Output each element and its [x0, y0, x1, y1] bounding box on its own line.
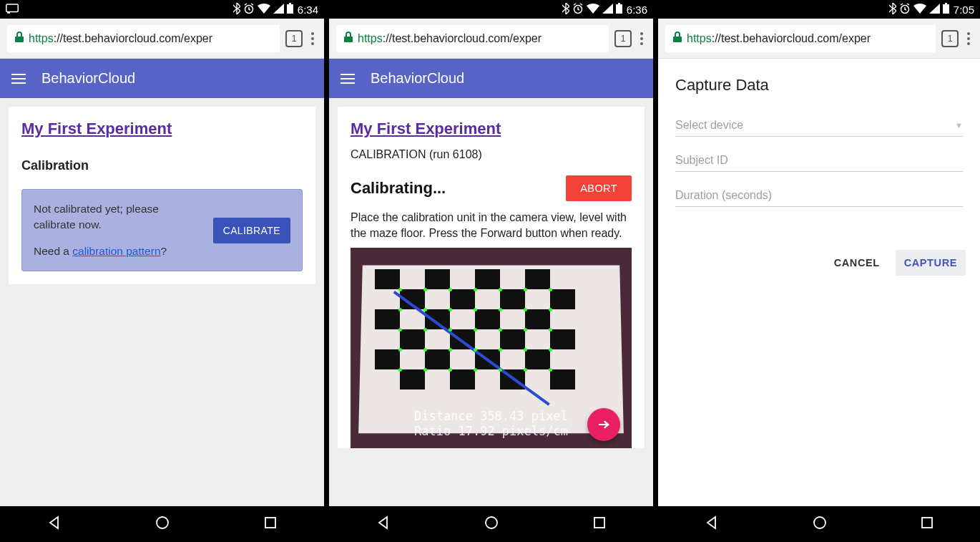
- calibrating-heading: Calibrating...: [351, 179, 446, 198]
- home-button[interactable]: [812, 515, 828, 533]
- back-button[interactable]: [704, 515, 720, 533]
- browser-url-bar: https://test.behaviorcloud.com/exper 1: [329, 19, 653, 59]
- android-nav-bar: [329, 506, 653, 542]
- browser-menu-button[interactable]: [308, 29, 317, 48]
- tabs-button[interactable]: 1: [285, 30, 303, 47]
- home-button[interactable]: [155, 515, 170, 533]
- experiment-link[interactable]: My First Experiment: [21, 120, 172, 137]
- app-title: BehaviorCloud: [41, 70, 135, 87]
- subject-id-field[interactable]: Subject ID: [675, 147, 963, 172]
- back-button[interactable]: [46, 515, 62, 533]
- svg-rect-17: [673, 37, 682, 42]
- battery-icon: [287, 3, 293, 16]
- svg-point-18: [814, 517, 825, 528]
- app-header: BehaviorCloud: [329, 59, 653, 98]
- phone-3: 7:05 https://test.behaviorcloud.com/expe…: [658, 0, 980, 542]
- battery-icon: [943, 3, 949, 16]
- browser-url-bar: https://test.behaviorcloud.com/exper 1: [0, 19, 324, 59]
- cast-icon: [6, 4, 19, 16]
- svg-rect-4: [289, 3, 291, 4]
- hamburger-icon[interactable]: [340, 74, 355, 84]
- back-button[interactable]: [376, 515, 391, 533]
- android-status-bar: 6:36: [329, 0, 653, 19]
- duration-field[interactable]: Duration (seconds): [675, 182, 963, 207]
- url-field[interactable]: https://test.behaviorcloud.com/exper: [7, 25, 280, 52]
- lock-icon: [672, 32, 682, 46]
- camera-preview: Distance 358.43 pixel Ratio 17.92 pixels…: [351, 248, 632, 448]
- status-clock: 6:34: [298, 4, 318, 16]
- lock-icon: [14, 32, 24, 46]
- battery-icon: [616, 3, 622, 16]
- tabs-button[interactable]: 1: [614, 30, 632, 47]
- select-device-field[interactable]: Select device ▼: [675, 112, 963, 137]
- svg-rect-3: [287, 4, 293, 14]
- bluetooth-icon: [562, 3, 569, 16]
- app-header: BehaviorCloud: [0, 59, 324, 98]
- calibration-heading: Calibration: [21, 158, 303, 173]
- alarm-icon: [243, 3, 255, 16]
- status-clock: 7:05: [954, 4, 974, 16]
- svg-rect-1: [7, 11, 10, 13]
- page-content: BehaviorCloud My First Experiment Calibr…: [0, 59, 324, 506]
- calibration-run-label: CALIBRATION (run 6108): [351, 148, 632, 161]
- signal-icon: [273, 4, 284, 16]
- abort-button[interactable]: ABORT: [566, 175, 632, 201]
- calibration-pattern-link[interactable]: calibration pattern: [72, 245, 160, 257]
- url-field[interactable]: https://test.behaviorcloud.com/exper: [336, 25, 609, 52]
- tabs-button[interactable]: 1: [941, 30, 959, 47]
- calibrate-button[interactable]: CALIBRATE: [213, 218, 290, 243]
- svg-point-6: [157, 517, 168, 528]
- bluetooth-icon: [889, 3, 896, 16]
- dialog-title: Capture Data: [658, 59, 980, 102]
- recents-button[interactable]: [263, 516, 278, 533]
- phone-2: 6:36 https://test.behaviorcloud.com/expe…: [329, 0, 653, 542]
- browser-url-bar: https://test.behaviorcloud.com/exper 1: [658, 19, 980, 59]
- wifi-icon: [913, 4, 926, 16]
- experiment-link[interactable]: My First Experiment: [351, 120, 501, 137]
- callout-text-2-pre: Need a: [34, 245, 72, 257]
- svg-rect-7: [265, 518, 275, 528]
- svg-point-12: [486, 517, 497, 528]
- capture-button[interactable]: CAPTURE: [896, 250, 966, 276]
- callout-text-1: Not calibrated yet; please calibrate now…: [34, 201, 203, 232]
- chevron-down-icon: ▼: [955, 121, 963, 130]
- lock-icon: [343, 32, 353, 46]
- svg-rect-0: [6, 4, 19, 12]
- calibration-instructions: Place the calibration unit in the camera…: [351, 210, 632, 241]
- svg-rect-15: [943, 4, 949, 14]
- recents-button[interactable]: [592, 516, 607, 533]
- svg-rect-9: [616, 4, 622, 14]
- signal-icon: [929, 4, 940, 16]
- cancel-button[interactable]: CANCEL: [825, 250, 888, 276]
- app-title: BehaviorCloud: [371, 70, 464, 87]
- wifi-icon: [258, 4, 270, 16]
- status-clock: 6:36: [627, 4, 647, 16]
- browser-menu-button[interactable]: [637, 29, 646, 48]
- wifi-icon: [587, 4, 599, 16]
- svg-rect-5: [15, 37, 24, 42]
- alarm-icon: [572, 3, 584, 16]
- home-button[interactable]: [484, 515, 499, 533]
- url-field[interactable]: https://test.behaviorcloud.com/exper: [665, 25, 936, 52]
- page-content: BehaviorCloud My First Experiment CALIBR…: [329, 59, 653, 506]
- signal-icon: [602, 4, 613, 16]
- alarm-icon: [899, 3, 911, 16]
- hamburger-icon[interactable]: [11, 74, 26, 84]
- svg-rect-19: [922, 518, 932, 528]
- experiment-card: My First Experiment Calibration Not cali…: [9, 107, 315, 284]
- forward-button[interactable]: [587, 408, 620, 441]
- svg-rect-11: [344, 37, 353, 42]
- recents-button[interactable]: [920, 516, 934, 533]
- android-status-bar: 7:05: [658, 0, 980, 19]
- android-status-bar: 6:34: [0, 0, 324, 19]
- detected-corners: [375, 269, 575, 389]
- android-nav-bar: [0, 506, 324, 542]
- dialog-content: Capture Data Select device ▼ Subject ID …: [658, 59, 980, 506]
- bluetooth-icon: [233, 3, 240, 16]
- browser-menu-button[interactable]: [964, 29, 973, 48]
- android-nav-bar: [658, 506, 980, 542]
- svg-rect-16: [945, 3, 947, 4]
- svg-rect-10: [618, 3, 620, 4]
- experiment-card: My First Experiment CALIBRATION (run 610…: [338, 107, 645, 448]
- phone-1: 6:34 https://test.behaviorcloud.com/expe…: [0, 0, 324, 542]
